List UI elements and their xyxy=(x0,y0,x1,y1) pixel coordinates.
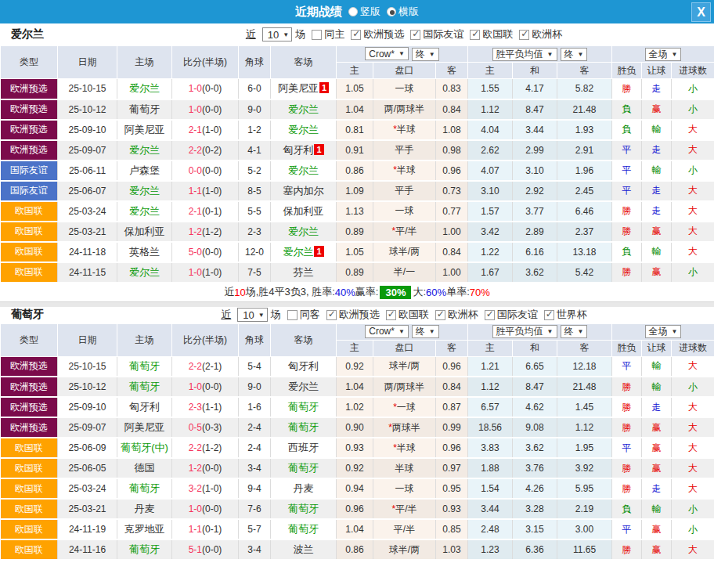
competition-checkbox[interactable] xyxy=(410,30,420,40)
handicap-home-odds-cell: 0.89 xyxy=(337,262,373,283)
competition-checkbox[interactable] xyxy=(435,310,445,320)
halftime-score: (2-1) xyxy=(202,361,222,372)
recent-link[interactable]: 近 xyxy=(221,308,231,322)
odds-company-select[interactable]: Crow*▼ xyxy=(365,47,409,60)
competition-checkbox[interactable] xyxy=(544,310,554,320)
away-team-name: 葡萄牙 xyxy=(288,401,319,413)
halftime-score: (0-0) xyxy=(202,83,222,94)
competition-label[interactable]: 国际友谊 xyxy=(497,308,538,322)
competition-checkbox[interactable] xyxy=(326,310,337,320)
wdl-metric-select[interactable]: 胜平负均值▼ xyxy=(492,48,557,61)
home-win-odds-cell: 6.57 xyxy=(468,397,513,417)
competition-label[interactable]: 欧洲杯 xyxy=(532,27,562,41)
handicap-away-odds-cell: 0.98 xyxy=(436,140,468,161)
result-cell: 勝 xyxy=(612,539,642,560)
score-cell: 2-1(0-1) xyxy=(172,201,239,222)
competition-label[interactable]: 国际友谊 xyxy=(423,27,463,41)
handicap-line-cell: *一球 xyxy=(373,397,436,417)
wdl-time-select[interactable]: 终▼ xyxy=(561,325,588,338)
away-team-name: 西班牙 xyxy=(288,442,319,453)
corner-cell: 2-4 xyxy=(239,438,271,458)
home-team-name: 葡萄牙 xyxy=(129,103,160,115)
handicap-line-cell: 平手 xyxy=(373,181,436,201)
match-count-select[interactable]: 10▼ xyxy=(237,308,267,322)
col-header: 盘口 xyxy=(373,340,436,356)
same-venue-label[interactable]: 同主 xyxy=(324,27,344,41)
odds-company-select[interactable]: Crow*▼ xyxy=(365,325,409,338)
summary-part: 40% xyxy=(335,287,355,298)
scope-select[interactable]: 全场▼ xyxy=(645,48,682,61)
summary-part: 场,胜4平3负3, 胜率: xyxy=(246,285,335,299)
away-team-name: 匈牙利 xyxy=(283,144,313,156)
games-label: 场 xyxy=(295,27,305,41)
handicap-away-odds-cell: 0.77 xyxy=(436,201,468,222)
odds-time-select[interactable]: 终▼ xyxy=(412,325,439,338)
competition-type-cell: 欧洲预选 xyxy=(1,99,58,120)
away-team-cell: 葡萄牙 xyxy=(271,417,337,438)
competition-label[interactable]: 欧洲预选 xyxy=(363,27,404,41)
handicap-result-cell: 赢 xyxy=(642,519,672,539)
close-icon[interactable]: X xyxy=(691,2,711,22)
results-table: 类型日期主场比分(半场)角球客场Crow*▼终▼胜平负均值▼终▼全场▼主盘口客主… xyxy=(0,45,714,283)
competition-checkbox[interactable] xyxy=(386,310,396,320)
competition-checkbox[interactable] xyxy=(351,30,361,40)
home-win-odds-cell: 1.22 xyxy=(468,242,513,262)
corner-cell: 5-4 xyxy=(239,356,271,377)
odds-time-select[interactable]: 终▼ xyxy=(412,48,439,61)
away-team-cell: 芬兰 xyxy=(271,262,337,283)
handicap-result-cell: 走 xyxy=(642,201,672,222)
layout-horizontal-option[interactable]: 横版 xyxy=(387,5,419,19)
radio-vertical-icon[interactable] xyxy=(348,7,358,16)
away-win-odds-cell: 21.48 xyxy=(557,99,612,120)
table-row: 欧洲预选25-09-07爱尔兰2-2(0-2)4-1匈牙利10.91平手0.98… xyxy=(1,140,714,161)
competition-checkbox[interactable] xyxy=(470,30,480,40)
home-win-odds-cell: 4.07 xyxy=(468,161,513,181)
competition-label[interactable]: 世界杯 xyxy=(557,308,587,322)
score-cell: 1-0(0-0) xyxy=(172,99,239,120)
competition-label[interactable]: 欧洲杯 xyxy=(448,308,478,322)
handicap-away-odds-cell: 0.84 xyxy=(436,377,468,397)
score-cell: 1-2(1-2) xyxy=(172,222,239,242)
same-venue-label[interactable]: 同客 xyxy=(300,308,320,322)
scope-select-value: 全场 xyxy=(649,48,668,61)
panel-title: 近期战绩 xyxy=(295,5,342,20)
handicap-line: 平/半 xyxy=(394,524,415,535)
same-venue-checkbox[interactable] xyxy=(287,310,298,320)
radio-horizontal-icon[interactable] xyxy=(387,7,396,16)
match-count-value: 10 xyxy=(268,29,279,41)
wdl-metric-select[interactable]: 胜平负均值▼ xyxy=(492,325,557,338)
layout-vertical-option[interactable]: 竖版 xyxy=(348,5,380,19)
handicap-line-cell: 球半/两 xyxy=(373,242,436,262)
match-count-select[interactable]: 10▼ xyxy=(262,27,292,41)
result-cell: 勝 xyxy=(612,262,642,283)
scope-select[interactable]: 全场▼ xyxy=(645,325,682,338)
competition-checkbox[interactable] xyxy=(519,30,529,40)
home-team-name: 克罗地亚 xyxy=(124,523,165,535)
goals-result-cell: 小 xyxy=(672,377,714,397)
table-row: 欧国联24-11-18英格兰5-0(0-0)12-0爱尔兰11.05球半/两0.… xyxy=(1,242,714,262)
corner-cell: 7-6 xyxy=(239,499,271,519)
competition-label[interactable]: 欧国联 xyxy=(398,308,429,322)
col-header: 主 xyxy=(468,63,513,79)
competition-checkbox[interactable] xyxy=(485,310,495,320)
competition-label[interactable]: 欧国联 xyxy=(482,27,513,41)
fulltime-score: 1-1 xyxy=(189,524,202,535)
competition-type-cell: 欧洲预选 xyxy=(1,417,58,438)
wdl-time-select[interactable]: 终▼ xyxy=(561,48,588,61)
recent-link[interactable]: 近 xyxy=(246,27,256,41)
table-row: 欧国联25-03-24葡萄牙3-2(1-0)9-4丹麦0.94一球0.951.5… xyxy=(1,478,714,499)
card-badge: 1 xyxy=(314,246,323,257)
goals-result-cell: 小 xyxy=(672,79,714,99)
away-team-name: 保加利亚 xyxy=(283,205,324,217)
home-team-name: 爱尔兰 xyxy=(129,82,160,94)
draw-odds-cell: 3.77 xyxy=(513,201,557,222)
home-team-name: 爱尔兰 xyxy=(129,144,160,156)
team-section-ireland: 爱尔兰近10▼场同主欧洲预选国际友谊欧国联欧洲杯类型日期主场比分(半场)角球客场… xyxy=(0,23,714,301)
score-cell: 1-0(0-0) xyxy=(172,377,239,397)
fulltime-score: 1-0 xyxy=(189,503,202,514)
competition-type-cell: 国际友谊 xyxy=(1,181,58,201)
handicap-home-odds-cell: 1.04 xyxy=(337,99,373,120)
away-team-cell: 爱尔兰1 xyxy=(271,242,337,262)
same-venue-checkbox[interactable] xyxy=(312,30,322,40)
competition-label[interactable]: 欧洲预选 xyxy=(339,308,380,322)
